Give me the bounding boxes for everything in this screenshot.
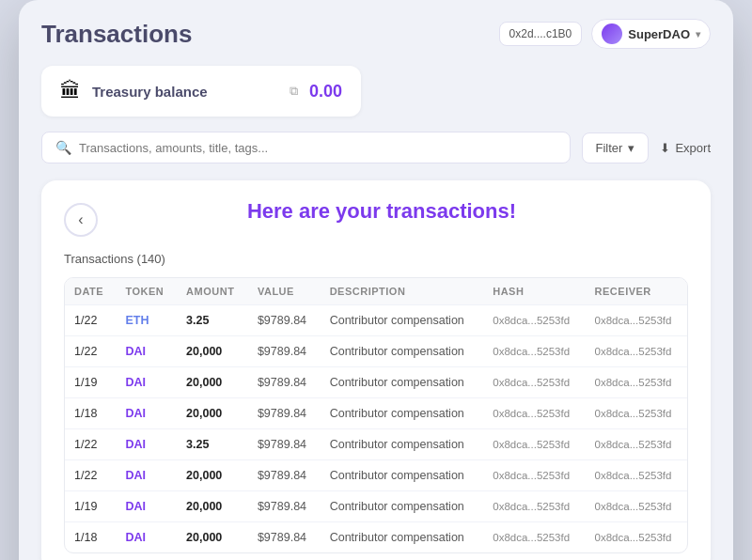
cell-receiver: 0x8dca...5253fd bbox=[586, 398, 687, 429]
dao-name: SuperDAO bbox=[628, 27, 690, 41]
cell-receiver: 0x8dca...5253fd bbox=[586, 367, 687, 398]
cell-date: 1/18 bbox=[65, 522, 116, 553]
col-receiver: Receiver bbox=[586, 278, 687, 305]
cell-value: $9789.84 bbox=[248, 336, 321, 367]
cell-amount: 20,000 bbox=[177, 522, 248, 553]
treasury-icon: 🏛 bbox=[60, 79, 81, 103]
cell-hash: 0x8dca...5253fd bbox=[483, 429, 585, 460]
dao-avatar bbox=[602, 23, 622, 44]
export-button[interactable]: ⬇ Export bbox=[660, 141, 711, 155]
cell-value: $9789.84 bbox=[248, 522, 321, 553]
cell-hash: 0x8dca...5253fd bbox=[483, 522, 585, 553]
cell-value: $9789.84 bbox=[248, 305, 321, 336]
cell-hash: 0x8dca...5253fd bbox=[483, 398, 585, 429]
cell-value: $9789.84 bbox=[248, 398, 321, 429]
cell-hash: 0x8dca...5253fd bbox=[483, 460, 585, 491]
table-row[interactable]: 1/19 DAI 20,000 $9789.84 Contributor com… bbox=[65, 491, 687, 522]
cell-date: 1/22 bbox=[65, 305, 116, 336]
cell-amount: 20,000 bbox=[177, 491, 248, 522]
col-value: Value bbox=[248, 278, 321, 305]
page-title: Transactions bbox=[41, 20, 192, 49]
cell-description: Contributor compensation bbox=[321, 305, 484, 336]
cell-hash: 0x8dca...5253fd bbox=[483, 367, 585, 398]
treasury-balance-card: 🏛 Treasury balance ⧉ 0.00 bbox=[41, 66, 361, 117]
treasury-value: 0.00 bbox=[309, 82, 342, 101]
cell-receiver: 0x8dca...5253fd bbox=[586, 522, 687, 553]
cell-token: DAI bbox=[116, 522, 177, 553]
cell-date: 1/18 bbox=[65, 398, 116, 429]
col-date: Date bbox=[65, 278, 116, 305]
transaction-table-wrap: Date Token Amount Value Description Hash… bbox=[64, 277, 688, 553]
treasury-label: Treasury balance bbox=[92, 84, 273, 100]
cell-token: DAI bbox=[116, 336, 177, 367]
cell-amount: 20,000 bbox=[177, 460, 248, 491]
cell-date: 1/22 bbox=[65, 460, 116, 491]
hero-title: Here are your transactions! bbox=[109, 199, 688, 224]
cell-description: Contributor compensation bbox=[321, 398, 484, 429]
cell-receiver: 0x8dca...5253fd bbox=[586, 336, 687, 367]
cell-receiver: 0x8dca...5253fd bbox=[586, 460, 687, 491]
col-description: Description bbox=[321, 278, 484, 305]
cell-description: Contributor compensation bbox=[321, 429, 484, 460]
search-input[interactable] bbox=[79, 141, 556, 155]
table-row[interactable]: 1/22 DAI 20,000 $9789.84 Contributor com… bbox=[65, 460, 687, 491]
col-amount: Amount bbox=[177, 278, 248, 305]
search-box: 🔍 bbox=[41, 132, 571, 163]
chevron-down-icon: ▾ bbox=[696, 29, 700, 39]
cell-date: 1/22 bbox=[65, 429, 116, 460]
cell-token: DAI bbox=[116, 491, 177, 522]
cell-amount: 3.25 bbox=[177, 429, 248, 460]
back-button[interactable]: ‹ bbox=[64, 203, 98, 237]
cell-receiver: 0x8dca...5253fd bbox=[586, 305, 687, 336]
table-row[interactable]: 1/22 DAI 20,000 $9789.84 Contributor com… bbox=[65, 336, 687, 367]
table-row[interactable]: 1/18 DAI 20,000 $9789.84 Contributor com… bbox=[65, 398, 687, 429]
cell-token: ETH bbox=[116, 305, 177, 336]
cell-receiver: 0x8dca...5253fd bbox=[586, 491, 687, 522]
content-header: ‹ Here are your transactions! bbox=[64, 199, 688, 237]
dao-badge[interactable]: SuperDAO ▾ bbox=[591, 19, 711, 49]
cell-date: 1/19 bbox=[65, 367, 116, 398]
cell-receiver: 0x8dca...5253fd bbox=[586, 429, 687, 460]
table-row[interactable]: 1/18 DAI 20,000 $9789.84 Contributor com… bbox=[65, 522, 687, 553]
cell-value: $9789.84 bbox=[248, 367, 321, 398]
cell-value: $9789.84 bbox=[248, 460, 321, 491]
search-row: 🔍 Filter ▾ ⬇ Export bbox=[41, 132, 711, 163]
cell-token: DAI bbox=[116, 429, 177, 460]
cell-amount: 20,000 bbox=[177, 336, 248, 367]
cell-hash: 0x8dca...5253fd bbox=[483, 336, 585, 367]
export-label: Export bbox=[675, 141, 711, 155]
table-row[interactable]: 1/22 DAI 3.25 $9789.84 Contributor compe… bbox=[65, 429, 687, 460]
filter-label: Filter bbox=[596, 141, 623, 155]
table-row[interactable]: 1/19 DAI 20,000 $9789.84 Contributor com… bbox=[65, 367, 687, 398]
col-hash: Hash bbox=[483, 278, 585, 305]
cell-hash: 0x8dca...5253fd bbox=[483, 491, 585, 522]
cell-value: $9789.84 bbox=[248, 491, 321, 522]
cell-description: Contributor compensation bbox=[321, 522, 484, 553]
main-content: ‹ Here are your transactions! Transactio… bbox=[41, 180, 711, 560]
cell-token: DAI bbox=[116, 367, 177, 398]
cell-description: Contributor compensation bbox=[321, 491, 484, 522]
cell-description: Contributor compensation bbox=[321, 367, 484, 398]
cell-token: DAI bbox=[116, 460, 177, 491]
filter-chevron-icon: ▾ bbox=[628, 141, 634, 155]
transaction-table: Date Token Amount Value Description Hash… bbox=[65, 278, 687, 552]
col-token: Token bbox=[116, 278, 177, 305]
cell-amount: 20,000 bbox=[177, 398, 248, 429]
search-icon: 🔍 bbox=[55, 140, 71, 155]
cell-amount: 3.25 bbox=[177, 305, 248, 336]
wallet-address[interactable]: 0x2d....c1B0 bbox=[499, 22, 583, 46]
cell-hash: 0x8dca...5253fd bbox=[483, 305, 585, 336]
copy-icon[interactable]: ⧉ bbox=[290, 84, 298, 99]
table-row[interactable]: 1/22 ETH 3.25 $9789.84 Contributor compe… bbox=[65, 305, 687, 336]
cell-token: DAI bbox=[116, 398, 177, 429]
cell-value: $9789.84 bbox=[248, 429, 321, 460]
transaction-count: Transactions (140) bbox=[64, 252, 688, 266]
app-frame: Transactions 0x2d....c1B0 SuperDAO ▾ 🏛 T… bbox=[19, 0, 733, 560]
cell-description: Contributor compensation bbox=[321, 460, 484, 491]
top-bar: Transactions 0x2d....c1B0 SuperDAO ▾ bbox=[41, 19, 711, 49]
cell-description: Contributor compensation bbox=[321, 336, 484, 367]
filter-button[interactable]: Filter ▾ bbox=[582, 132, 650, 163]
export-icon: ⬇ bbox=[660, 141, 670, 155]
cell-amount: 20,000 bbox=[177, 367, 248, 398]
cell-date: 1/19 bbox=[65, 491, 116, 522]
